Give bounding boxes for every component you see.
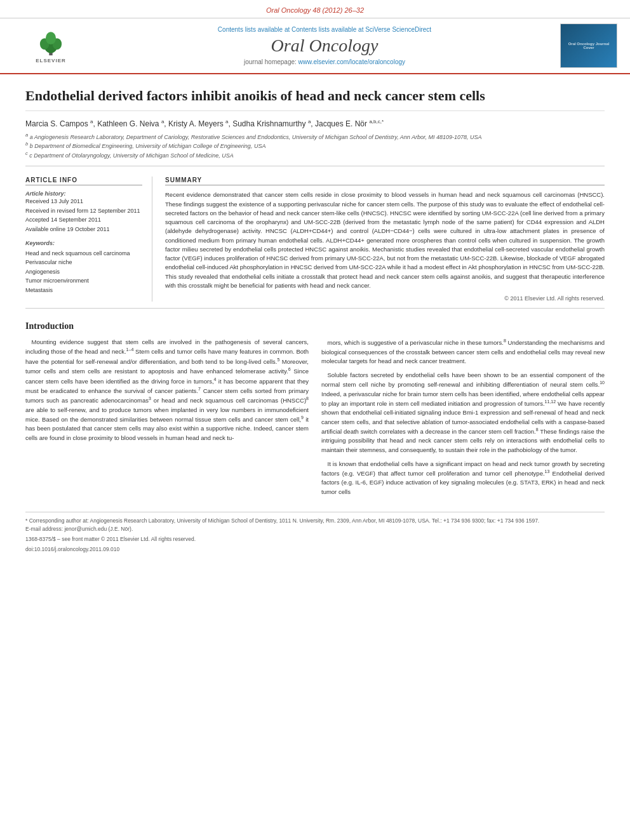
email-note: E-mail address: jenor@umich.edu (J.E. Nö…	[25, 526, 605, 532]
accepted-date: Accepted 14 September 2011	[25, 215, 142, 224]
corresponding-author-note: * Corresponding author at: Angiogenesis …	[25, 517, 605, 524]
history-label: Article history:	[25, 190, 142, 197]
keyword-3: Angiogenesis	[25, 267, 142, 276]
authors-text: Marcia S. Campos a, Kathleen G. Neiva a,…	[25, 119, 384, 128]
issn-line: 1368-8375/$ – see front matter © 2011 El…	[25, 536, 605, 542]
journal-title: Oral Oncology	[89, 36, 560, 56]
elsevier-logo: ELSEVIER	[35, 28, 67, 63]
intro-col2-p2: Soluble factors secreted by endothelial …	[321, 371, 605, 455]
keyword-2: Perivascular niche	[25, 258, 142, 267]
affiliation-b: b b Department of Biomedical Engineering…	[25, 141, 605, 150]
introduction-columns: Mounting evidence suggest that stem cell…	[25, 338, 605, 502]
top-bar: Oral Oncology 48 (2012) 26–32	[0, 0, 630, 18]
keyword-1: Head and neck squamous cell carcinoma	[25, 249, 142, 258]
elsevier-label: ELSEVIER	[36, 58, 66, 63]
affiliations: a a Angiogenesis Research Laboratory, De…	[25, 132, 605, 160]
authors-line: Marcia S. Campos a, Kathleen G. Neiva a,…	[25, 119, 605, 128]
footnote-section: * Corresponding author at: Angiogenesis …	[25, 512, 605, 552]
keywords-block: Keywords: Head and neck squamous cell ca…	[25, 240, 142, 295]
content-divider	[25, 308, 605, 309]
divider	[25, 166, 605, 166]
journal-header-center: Contents lists available at Contents lis…	[89, 26, 560, 65]
journal-header: ELSEVIER Contents lists available at Con…	[0, 18, 630, 74]
article-meta-section: Article Info Article history: Received 1…	[25, 177, 605, 302]
intro-col-right: mors, which is suggestive of a perivascu…	[321, 338, 605, 502]
article-info-heading: Article Info	[25, 177, 142, 185]
received-date: Received 13 July 2011	[25, 197, 142, 206]
keywords-label: Keywords:	[25, 240, 142, 246]
sciverse-text: Contents lists available at Contents lis…	[89, 26, 560, 33]
journal-cover-thumbnail: Oral Oncology Journal Cover	[560, 23, 617, 68]
intro-col1-p1: Mounting evidence suggest that stem cell…	[25, 338, 309, 443]
sciverse-link[interactable]: Contents lists available at SciVerse Sci…	[292, 26, 431, 33]
journal-issue-text: Oral Oncology 48 (2012) 26–32	[266, 6, 364, 14]
copyright-line: © 2011 Elsevier Ltd. All rights reserved…	[165, 295, 605, 302]
revised-date: Received in revised form 12 September 20…	[25, 206, 142, 215]
introduction-section: Introduction Mounting evidence suggest t…	[25, 321, 605, 502]
summary-column: Summary Recent evidence demonstrated tha…	[165, 177, 605, 302]
elsevier-tree-icon	[35, 28, 67, 57]
journal-homepage: journal homepage: www.elsevier.com/locat…	[89, 58, 560, 65]
keyword-4: Tumor microenvironment	[25, 276, 142, 285]
article-info-column: Article Info Article history: Received 1…	[25, 177, 152, 302]
homepage-url[interactable]: www.elsevier.com/locate/oraloncology	[298, 58, 405, 65]
summary-heading: Summary	[165, 177, 605, 185]
intro-col2-p1: mors, which is suggestive of a perivascu…	[321, 338, 605, 366]
intro-col-left: Mounting evidence suggest that stem cell…	[25, 338, 309, 502]
svg-point-4	[46, 32, 56, 44]
cover-alt-text: Oral Oncology Journal Cover	[563, 42, 614, 50]
keyword-5: Metastasis	[25, 286, 142, 295]
homepage-label: journal homepage:	[244, 58, 297, 65]
online-date: Available online 19 October 2011	[25, 225, 142, 234]
intro-col2-p3: It is known that endothelial cells have …	[321, 460, 605, 497]
summary-text: Recent evidence demonstrated that cancer…	[165, 190, 605, 290]
elsevier-branding: ELSEVIER	[13, 28, 89, 63]
affiliation-a: a a Angiogenesis Research Laboratory, De…	[25, 132, 605, 142]
affiliation-c: c c Department of Otolaryngology, Univer…	[25, 150, 605, 160]
doi-line: doi:10.1016/j.oraloncology.2011.09.010	[25, 546, 605, 552]
article-history-block: Article history: Received 13 July 2011 R…	[25, 190, 142, 234]
page: Oral Oncology 48 (2012) 26–32 ELSEVIER C…	[0, 0, 630, 840]
article-title: Endothelial derived factors inhibit anoi…	[25, 87, 605, 111]
introduction-heading: Introduction	[25, 321, 605, 331]
main-content: Endothelial derived factors inhibit anoi…	[0, 74, 630, 565]
